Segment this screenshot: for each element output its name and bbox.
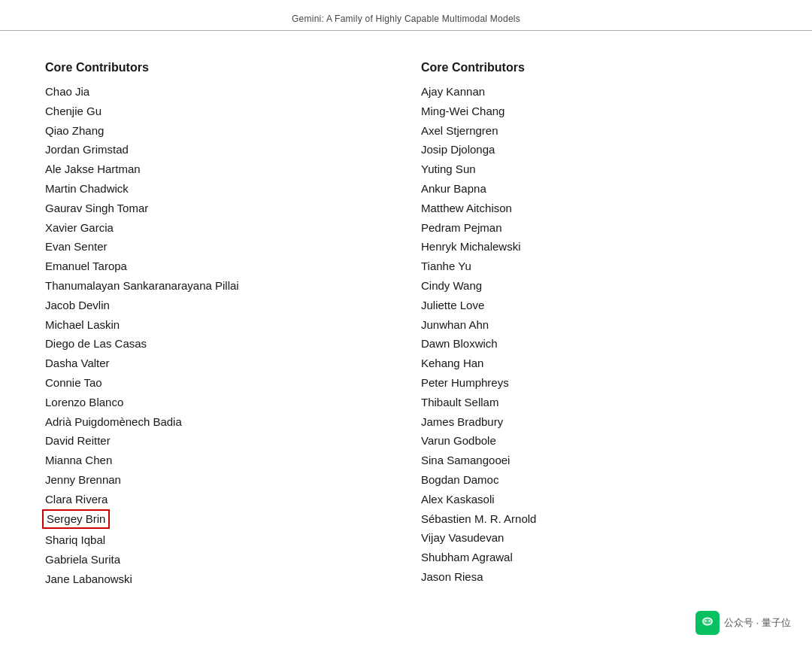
right-column: Core Contributors Ajay KannanMing-Wei Ch…: [421, 61, 767, 588]
list-item: Sébastien M. R. Arnold: [421, 509, 767, 529]
list-item: Jenny Brennan: [45, 470, 391, 490]
list-item: Sergey Brin: [45, 509, 391, 531]
left-column-header: Core Contributors: [45, 61, 391, 74]
list-item: Mianna Chen: [45, 451, 391, 470]
list-item: Sina Samangooei: [421, 451, 767, 470]
list-item: Pedram Pejman: [421, 218, 767, 238]
page-header: Gemini: A Family of Highly Capable Multi…: [0, 0, 812, 31]
list-item: Bogdan Damoc: [421, 470, 767, 490]
list-item: Jordan Grimstad: [45, 140, 391, 159]
svg-point-2: [704, 620, 706, 621]
list-item: Emanuel Taropa: [45, 257, 391, 276]
content-area: Core Contributors Chao JiaChenjie GuQiao…: [0, 31, 812, 611]
list-item: Xavier Garcia: [45, 218, 391, 238]
left-name-list: Chao JiaChenjie GuQiao ZhangJordan Grims…: [45, 82, 391, 588]
list-item: Tianhe Yu: [421, 257, 767, 276]
list-item: Gaurav Singh Tomar: [45, 199, 391, 218]
list-item: Dawn Bloxwich: [421, 334, 767, 354]
list-item: Peter Humphreys: [421, 373, 767, 393]
right-column-header: Core Contributors: [421, 61, 767, 74]
list-item: Jacob Devlin: [45, 296, 391, 315]
list-item: Varun Godbole: [421, 431, 767, 451]
list-item: Axel Stjerngren: [421, 121, 767, 141]
list-item: Yuting Sun: [421, 159, 767, 179]
list-item: Josip Djolonga: [421, 140, 767, 159]
list-item: Jane Labanowski: [45, 569, 391, 589]
watermark-icon: [695, 611, 720, 635]
list-item: Thanumalayan Sankaranarayana Pillai: [45, 276, 391, 296]
list-item: Alex Kaskasoli: [421, 490, 767, 509]
list-item: Adrià Puigdomènech Badia: [45, 412, 391, 432]
svg-point-3: [708, 620, 710, 621]
list-item: Lorenzo Blanco: [45, 393, 391, 412]
list-item: Gabriela Surita: [45, 550, 391, 569]
list-item: Clara Rivera: [45, 490, 391, 509]
list-item: Matthew Aitchison: [421, 199, 767, 218]
list-item: Chenjie Gu: [45, 102, 391, 121]
list-item: Shubham Agrawal: [421, 548, 767, 567]
list-item: Juliette Love: [421, 296, 767, 315]
list-item: Shariq Iqbal: [45, 530, 391, 550]
list-item: Chao Jia: [45, 82, 391, 102]
list-item: Qiao Zhang: [45, 121, 391, 141]
list-item: Ming-Wei Chang: [421, 102, 767, 121]
list-item: Kehang Han: [421, 354, 767, 373]
list-item: Ajay Kannan: [421, 82, 767, 102]
list-item: Evan Senter: [45, 237, 391, 257]
list-item: Henryk Michalewski: [421, 237, 767, 257]
list-item: Martin Chadwick: [45, 179, 391, 199]
watermark: 公众号 · 量子位: [695, 611, 791, 635]
list-item: Connie Tao: [45, 373, 391, 393]
list-item: Jason Riesa: [421, 567, 767, 587]
list-item: James Bradbury: [421, 412, 767, 432]
list-item: Vijay Vasudevan: [421, 528, 767, 548]
highlighted-name: Sergey Brin: [42, 509, 110, 530]
list-item: David Reitter: [45, 431, 391, 451]
header-title: Gemini: A Family of Highly Capable Multi…: [292, 14, 520, 24]
list-item: Michael Laskin: [45, 315, 391, 335]
list-item: Ale Jakse Hartman: [45, 159, 391, 179]
list-item: Ankur Bapna: [421, 179, 767, 199]
left-column: Core Contributors Chao JiaChenjie GuQiao…: [45, 61, 421, 588]
right-name-list: Ajay KannanMing-Wei ChangAxel Stjerngren…: [421, 82, 767, 587]
list-item: Junwhan Ahn: [421, 315, 767, 335]
list-item: Cindy Wang: [421, 276, 767, 296]
list-item: Diego de Las Casas: [45, 334, 391, 354]
list-item: Thibault Sellam: [421, 393, 767, 412]
list-item: Dasha Valter: [45, 354, 391, 373]
watermark-label: 公众号 · 量子位: [724, 616, 791, 630]
